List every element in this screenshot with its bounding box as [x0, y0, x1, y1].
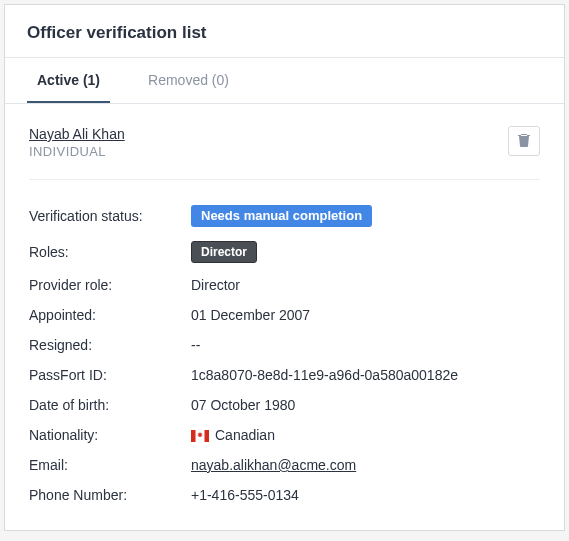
- row-dob: Date of birth: 07 October 1980: [29, 390, 540, 420]
- officer-verification-card: Officer verification list Active (1) Rem…: [4, 4, 565, 531]
- nationality-text: Canadian: [215, 427, 275, 443]
- row-email: Email: nayab.alikhan@acme.com: [29, 450, 540, 480]
- label-provider-role: Provider role:: [29, 277, 191, 293]
- tab-active[interactable]: Active (1): [27, 58, 110, 103]
- label-nationality: Nationality:: [29, 427, 191, 443]
- card-header: Officer verification list: [5, 5, 564, 58]
- tab-removed[interactable]: Removed (0): [138, 58, 239, 103]
- row-verification-status: Verification status: Needs manual comple…: [29, 198, 540, 234]
- label-phone: Phone Number:: [29, 487, 191, 503]
- tabs: Active (1) Removed (0): [5, 58, 564, 104]
- label-dob: Date of birth:: [29, 397, 191, 413]
- value-roles: Director: [191, 241, 257, 263]
- row-appointed: Appointed: 01 December 2007: [29, 300, 540, 330]
- row-phone: Phone Number: +1-416-555-0134: [29, 480, 540, 510]
- svg-rect-1: [191, 430, 196, 442]
- row-resigned: Resigned: --: [29, 330, 540, 360]
- row-passfort-id: PassFort ID: 1c8a8070-8e8d-11e9-a96d-0a5…: [29, 360, 540, 390]
- label-verification-status: Verification status:: [29, 208, 191, 224]
- label-roles: Roles:: [29, 244, 191, 260]
- flag-canada-icon: [191, 429, 209, 441]
- email-link[interactable]: nayab.alikhan@acme.com: [191, 457, 356, 473]
- svg-rect-2: [205, 430, 210, 442]
- label-email: Email:: [29, 457, 191, 473]
- status-badge: Needs manual completion: [191, 205, 372, 227]
- label-appointed: Appointed:: [29, 307, 191, 323]
- officer-name-link[interactable]: Nayab Ali Khan: [29, 126, 125, 142]
- officer-header: Nayab Ali Khan INDIVIDUAL: [29, 126, 540, 159]
- row-roles: Roles: Director: [29, 234, 540, 270]
- divider: [29, 179, 540, 180]
- value-email: nayab.alikhan@acme.com: [191, 457, 356, 473]
- row-provider-role: Provider role: Director: [29, 270, 540, 300]
- value-dob: 07 October 1980: [191, 397, 295, 413]
- value-passfort-id: 1c8a8070-8e8d-11e9-a96d-0a580a00182e: [191, 367, 458, 383]
- value-verification-status: Needs manual completion: [191, 205, 372, 227]
- value-provider-role: Director: [191, 277, 240, 293]
- value-phone: +1-416-555-0134: [191, 487, 299, 503]
- label-passfort-id: PassFort ID:: [29, 367, 191, 383]
- value-resigned: --: [191, 337, 200, 353]
- role-badge: Director: [191, 241, 257, 263]
- value-nationality: Canadian: [191, 427, 275, 443]
- row-nationality: Nationality: Canadian: [29, 420, 540, 450]
- officer-identity: Nayab Ali Khan INDIVIDUAL: [29, 126, 125, 159]
- delete-button[interactable]: [508, 126, 540, 156]
- value-appointed: 01 December 2007: [191, 307, 310, 323]
- label-resigned: Resigned:: [29, 337, 191, 353]
- trash-icon: [518, 133, 530, 150]
- officer-type: INDIVIDUAL: [29, 144, 125, 159]
- card-title: Officer verification list: [27, 23, 542, 43]
- content: Nayab Ali Khan INDIVIDUAL Verification s…: [5, 104, 564, 530]
